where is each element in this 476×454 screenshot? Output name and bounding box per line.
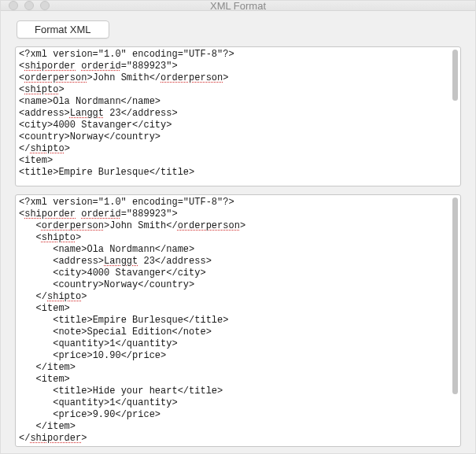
code-line: <shiporder orderid="889923">: [19, 209, 446, 220]
code-line: <name>Ola Nordmann</name>: [19, 96, 446, 108]
code-line: <price>10.90</price>: [19, 350, 446, 362]
code-line: <title>Empire Burlesque</title>: [19, 167, 446, 179]
code-line: <country>Norway</country>: [19, 131, 446, 143]
code-line: <city>4000 Stavanger</city>: [19, 268, 446, 279]
app-window: XML Format Format XML <?xml version="1.0…: [0, 0, 476, 454]
code-line: </shiporder>: [19, 433, 446, 445]
code-line: <price>9.90</price>: [19, 409, 446, 421]
code-line: <?xml version="1.0" encoding="UTF-8"?>: [19, 49, 446, 61]
close-icon[interactable]: [9, 1, 18, 10]
code-line: <shipto>: [19, 232, 446, 244]
input-textarea[interactable]: <?xml version="1.0" encoding="UTF-8"?><s…: [16, 47, 449, 186]
code-line: <country>Norway</country>: [19, 279, 446, 291]
code-line: <city>4000 Stavanger</city>: [19, 120, 446, 131]
output-textarea[interactable]: <?xml version="1.0" encoding="UTF-8"?><s…: [16, 195, 449, 446]
code-line: <quantity>1</quantity>: [19, 338, 446, 350]
code-line: <title>Empire Burlesque</title>: [19, 315, 446, 327]
output-scrollbar-thumb[interactable]: [452, 197, 458, 394]
code-line: <item>: [19, 155, 446, 167]
code-line: <shiporder orderid="889923">: [19, 61, 446, 72]
code-line: <?xml version="1.0" encoding="UTF-8"?>: [19, 197, 446, 209]
input-scrollbar-thumb[interactable]: [452, 50, 458, 101]
code-line: <address>Langgt 23</address>: [19, 256, 446, 268]
code-line: <address>Langgt 23</address>: [19, 108, 446, 120]
panes: <?xml version="1.0" encoding="UTF-8"?><s…: [1, 46, 475, 454]
input-pane: <?xml version="1.0" encoding="UTF-8"?><s…: [15, 46, 461, 186]
minimize-icon[interactable]: [24, 1, 34, 10]
code-line: <name>Ola Nordmann</name>: [19, 244, 446, 256]
output-scrollbar[interactable]: [449, 195, 460, 446]
zoom-icon[interactable]: [40, 1, 50, 10]
code-line: </item>: [19, 362, 446, 374]
code-line: <note>Special Edition</note>: [19, 327, 446, 338]
code-line: <orderperson>John Smith</orderperson>: [19, 220, 446, 232]
code-line: </shipto>: [19, 291, 446, 303]
window-title: XML Format: [1, 0, 475, 12]
toolbar: Format XML: [1, 11, 475, 46]
output-pane: <?xml version="1.0" encoding="UTF-8"?><s…: [15, 194, 461, 447]
code-line: <orderperson>John Smith</orderperson>: [19, 72, 446, 84]
code-line: <item>: [19, 374, 446, 386]
code-line: <item>: [19, 303, 446, 315]
titlebar: XML Format: [1, 1, 475, 11]
code-line: <quantity>1</quantity>: [19, 397, 446, 409]
code-line: </shipto>: [19, 143, 446, 155]
code-line: <title>Hide your heart</title>: [19, 386, 446, 397]
code-line: <shipto>: [19, 84, 446, 96]
format-xml-button[interactable]: Format XML: [17, 20, 109, 39]
traffic-lights: [1, 1, 50, 10]
input-scrollbar[interactable]: [449, 47, 460, 186]
code-line: </item>: [19, 421, 446, 433]
